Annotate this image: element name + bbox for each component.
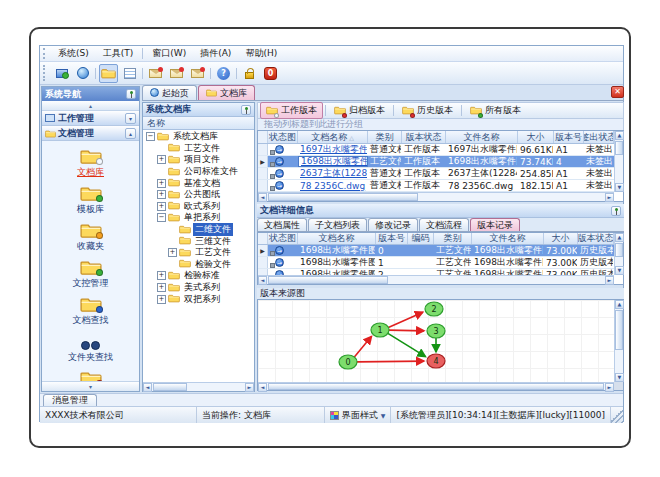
tree-node-5[interactable]: +基准文档 <box>143 177 254 189</box>
column-header-8[interactable]: 签出状态 <box>584 131 614 143</box>
sidebar-item-1[interactable]: 文档库 <box>77 145 104 179</box>
document-link[interactable]: 1698出水嘴零件图.dwg <box>301 156 368 167</box>
menu-item-4[interactable]: 插件(A) <box>193 46 238 61</box>
expand-icon[interactable]: + <box>157 295 166 304</box>
lock-icon[interactable] <box>240 64 259 83</box>
grid-vertical-scrollbar[interactable]: ▲▼ <box>614 233 623 275</box>
pin-icon[interactable] <box>241 105 251 115</box>
column-header-7[interactable]: 大小 <box>544 233 578 244</box>
ui-style-button[interactable]: 界面样式 ▼ <box>325 407 392 423</box>
sidebar-item-4[interactable]: 文控管理 <box>73 256 109 290</box>
sidebar-scroll-down-button[interactable]: ▾ <box>42 381 139 391</box>
scroll-down-icon[interactable]: ▼ <box>615 266 624 275</box>
expand-icon[interactable]: + <box>157 283 166 292</box>
expand-icon[interactable]: + <box>157 179 166 188</box>
table-row[interactable]: →1697出水嘴零件图.dwg普通文档工作版本1697出水嘴零件图.dwg96.… <box>258 144 614 156</box>
folder-open-icon[interactable] <box>99 64 118 83</box>
table-row[interactable]: ▶→1698出水嘴零件图.dwg工艺文件工作版本1698出水嘴零件图.dwg73… <box>258 156 614 168</box>
scroll-thumb[interactable] <box>268 276 388 284</box>
tree-node-15[interactable]: +双把系列 <box>143 293 254 305</box>
column-header-6[interactable]: 文件名称 <box>472 233 544 244</box>
table-row[interactable]: →78 2356C.dwg普通文档工作版本78 2356C.dwg182.15K… <box>258 180 614 192</box>
globe-icon[interactable] <box>73 64 92 83</box>
scroll-thumb[interactable] <box>615 310 623 350</box>
scroll-left-icon[interactable]: ◄ <box>258 193 267 202</box>
tree-node-2[interactable]: 工艺文件 <box>143 143 254 155</box>
scroll-up-icon[interactable]: ▲ <box>615 131 624 140</box>
sidebar-item-7[interactable]: 签出的文档 <box>68 367 113 381</box>
expand-icon[interactable]: + <box>157 271 166 280</box>
scroll-down-icon[interactable]: ▼ <box>615 373 624 382</box>
menu-item-5[interactable]: 帮助(H) <box>238 46 284 61</box>
menu-item-1[interactable]: 系统(S) <box>51 46 96 61</box>
pin-icon[interactable] <box>611 206 621 216</box>
column-header-7[interactable]: 版本号 <box>554 131 584 143</box>
expand-icon[interactable]: + <box>157 190 166 199</box>
tree-node-14[interactable]: +美式系列 <box>143 282 254 294</box>
column-header-3[interactable]: 类别 <box>368 131 402 143</box>
scroll-thumb[interactable] <box>268 383 604 390</box>
mail-alert-icon[interactable] <box>188 64 207 83</box>
column-header-1[interactable]: 状态图 <box>268 131 298 143</box>
chevron-down-icon[interactable]: ▾ <box>125 113 136 124</box>
detail-tab-4[interactable]: 文档流程 <box>419 218 469 231</box>
menu-item-3[interactable]: 窗口(W) <box>145 46 193 61</box>
column-header-2[interactable]: 文档名称 <box>298 233 376 244</box>
resize-grip[interactable] <box>611 407 623 423</box>
scroll-right-icon[interactable]: ► <box>245 383 254 392</box>
table-row[interactable]: →2637主体(12284).dwg普通文档工作版本2637主体(12284).… <box>258 168 614 180</box>
expand-icon[interactable]: + <box>168 248 177 257</box>
message-manager-tab[interactable]: 消息管理 <box>43 394 97 406</box>
sidebar-item-5[interactable]: 文档查找 <box>73 293 109 327</box>
document-link[interactable]: 2637主体(12284).dwg <box>300 168 368 179</box>
scroll-right-icon[interactable]: ► <box>605 383 614 392</box>
mail-send-icon[interactable] <box>167 64 186 83</box>
grid-horizontal-scrollbar[interactable]: ◄► <box>258 192 614 201</box>
column-header-3[interactable]: 版本号 <box>376 233 408 244</box>
grid-vertical-scrollbar[interactable]: ▲▼ <box>614 131 623 192</box>
sidebar-group-1[interactable]: 工作管理▾ <box>42 111 139 126</box>
table-row[interactable]: →1698出水嘴零件图.dwg1工艺文件1698出水嘴零件图.dwg73.00K… <box>258 257 614 269</box>
graph-vertical-scrollbar[interactable]: ▲ ▼ <box>614 300 623 382</box>
graph-horizontal-scrollbar[interactable]: ◄ ► <box>258 382 614 390</box>
scroll-left-icon[interactable]: ◄ <box>258 383 267 392</box>
column-header-2[interactable]: 文档名称△ <box>298 131 368 143</box>
scroll-thumb[interactable] <box>615 243 623 257</box>
column-header-8[interactable]: 版本状态 <box>578 233 614 244</box>
exit-icon[interactable]: 0 <box>261 64 280 83</box>
scroll-thumb[interactable] <box>615 141 623 155</box>
expand-icon[interactable]: + <box>157 202 166 211</box>
scroll-left-icon[interactable]: ◄ <box>258 276 267 285</box>
tree-node-11[interactable]: +工艺文件 <box>143 247 254 259</box>
collapse-icon[interactable]: − <box>146 132 155 141</box>
tree-node-3[interactable]: +项目文件 <box>143 154 254 166</box>
sidebar-item-6[interactable]: 文件夹查找 <box>68 330 113 364</box>
sidebar-item-2[interactable]: 模板库 <box>77 182 104 216</box>
detail-tab-1[interactable]: 文档属性 <box>257 218 307 231</box>
detail-tab-5[interactable]: 版本记录 <box>470 218 520 231</box>
table-row[interactable]: ▶→1698出水嘴零件图.dwg0工艺文件1698出水嘴零件图.dwg73.00… <box>258 245 614 257</box>
sidebar-item-3[interactable]: 收藏夹 <box>77 219 104 253</box>
collapse-icon[interactable]: − <box>157 213 166 222</box>
expand-icon[interactable]: + <box>157 155 166 164</box>
column-header-5[interactable]: 文件名称 <box>446 131 518 143</box>
scroll-left-icon[interactable]: ◄ <box>143 383 152 392</box>
version-filter-4[interactable]: 所有版本 <box>464 102 527 119</box>
column-header-6[interactable]: 大小 <box>518 131 554 143</box>
version-filter-1[interactable]: 工作版本 <box>260 102 323 119</box>
tree-node-12[interactable]: 检验文件 <box>143 259 254 271</box>
sidebar-scroll-up-button[interactable]: ▴ <box>42 101 139 111</box>
tree-horizontal-scrollbar[interactable]: ◄ ► <box>143 382 254 391</box>
scroll-thumb[interactable] <box>153 383 187 391</box>
scroll-down-icon[interactable]: ▼ <box>615 183 624 192</box>
tree-node-1[interactable]: −系统文档库 <box>143 131 254 143</box>
scroll-up-icon[interactable]: ▲ <box>615 233 624 242</box>
tree-node-10[interactable]: 三维文件 <box>143 235 254 247</box>
column-header-1[interactable]: 状态图 <box>268 233 298 244</box>
detail-tab-3[interactable]: 修改记录 <box>368 218 418 231</box>
detail-tab-2[interactable]: 子文档列表 <box>308 218 367 231</box>
scroll-right-icon[interactable]: ► <box>605 276 614 285</box>
document-link[interactable]: 1697出水嘴零件图.dwg <box>300 144 368 155</box>
grid-horizontal-scrollbar[interactable]: ◄► <box>258 275 614 284</box>
tree-node-8[interactable]: −单把系列 <box>143 212 254 224</box>
